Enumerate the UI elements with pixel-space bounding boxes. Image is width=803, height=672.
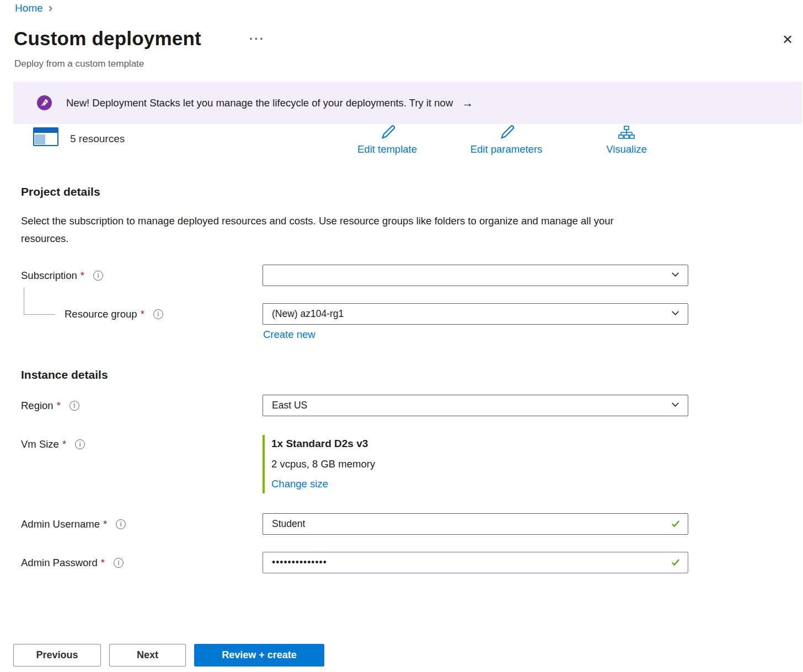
subscription-dropdown[interactable] <box>263 265 688 286</box>
chevron-down-icon[interactable] <box>671 270 680 282</box>
admin-username-label: Admin Username <box>21 518 100 530</box>
review-create-button[interactable]: Review + create <box>194 644 324 666</box>
banner-text: New! Deployment Stacks let you manage th… <box>66 97 453 109</box>
page-subtitle: Deploy from a custom template <box>14 58 144 69</box>
admin-password-label: Admin Password <box>21 557 98 569</box>
tree-connector-vertical <box>24 287 24 314</box>
resource-group-value: (New) az104-rg1 <box>272 308 344 320</box>
edit-parameters-label: Edit parameters <box>470 143 543 155</box>
pencil-icon <box>497 125 516 143</box>
required-marker: * <box>141 308 144 320</box>
required-marker: * <box>101 557 105 569</box>
vm-size-label: Vm Size <box>21 438 59 450</box>
deployment-stacks-banner[interactable]: New! Deployment Stacks let you manage th… <box>13 82 802 124</box>
edit-template-label: Edit template <box>357 143 417 155</box>
info-icon[interactable]: i <box>69 401 79 411</box>
breadcrumb: Home › <box>15 2 52 14</box>
instance-details-heading: Instance details <box>21 368 108 381</box>
info-icon[interactable]: i <box>116 519 126 529</box>
region-dropdown[interactable]: East US <box>263 395 688 416</box>
required-marker: * <box>103 518 107 530</box>
edit-parameters-button[interactable]: Edit parameters <box>459 125 554 155</box>
breadcrumb-home-link[interactable]: Home <box>15 2 43 14</box>
org-chart-icon <box>618 125 635 143</box>
admin-password-input[interactable] <box>263 552 688 573</box>
subscription-label-row: Subscription * i <box>21 270 103 282</box>
edit-template-button[interactable]: Edit template <box>346 125 429 155</box>
chevron-down-icon[interactable] <box>671 400 680 412</box>
admin-password-label-row: Admin Password * i <box>21 557 124 569</box>
chevron-down-icon[interactable] <box>671 308 680 320</box>
admin-username-label-row: Admin Username * i <box>21 518 126 530</box>
required-marker: * <box>62 438 66 450</box>
valid-check-icon <box>671 557 681 569</box>
change-size-link[interactable]: Change size <box>271 478 328 490</box>
resources-count: 5 resources <box>70 133 125 145</box>
page-title: Custom deployment <box>14 28 201 50</box>
info-icon[interactable]: i <box>93 271 103 281</box>
valid-check-icon <box>671 519 681 531</box>
region-label-row: Region * i <box>21 400 79 412</box>
resource-group-dropdown[interactable]: (New) az104-rg1 <box>263 303 688 325</box>
vm-size-label-row: Vm Size * i <box>21 438 85 450</box>
admin-password-field-wrap <box>263 552 688 573</box>
info-icon[interactable]: i <box>153 309 163 319</box>
subscription-label: Subscription <box>21 270 77 282</box>
close-icon[interactable]: ✕ <box>782 33 793 46</box>
create-new-link[interactable]: Create new <box>263 329 315 341</box>
required-marker: * <box>81 270 84 282</box>
rocket-icon <box>37 95 52 110</box>
previous-button[interactable]: Previous <box>13 644 101 666</box>
vm-size-detail: 2 vcpus, 8 GB memory <box>271 458 375 470</box>
resource-group-label: Resource group <box>65 308 137 320</box>
required-marker: * <box>57 400 61 412</box>
tree-connector-horizontal <box>24 314 55 315</box>
project-details-heading: Project details <box>21 185 100 198</box>
next-button[interactable]: Next <box>109 644 186 666</box>
admin-username-field-wrap <box>263 513 688 535</box>
project-details-description: Select the subscription to manage deploy… <box>21 212 655 248</box>
resource-group-label-row: Resource group * i <box>65 308 163 320</box>
vm-size-title: 1x Standard D2s v3 <box>271 438 368 450</box>
info-icon[interactable]: i <box>75 439 85 449</box>
region-label: Region <box>21 400 53 412</box>
breadcrumb-chevron-icon: › <box>49 2 52 14</box>
admin-username-input[interactable] <box>263 513 688 535</box>
visualize-label: Visualize <box>606 143 647 155</box>
region-value: East US <box>272 400 307 411</box>
custom-deployment-page: Home › Custom deployment ··· ✕ Deploy fr… <box>0 0 803 672</box>
template-icon <box>33 127 58 146</box>
banner-arrow-icon: → <box>462 96 473 110</box>
visualize-button[interactable]: Visualize <box>594 125 659 155</box>
vm-size-selection-bar <box>263 435 265 493</box>
pencil-icon <box>378 125 397 143</box>
more-options-button[interactable]: ··· <box>249 32 265 46</box>
info-icon[interactable]: i <box>114 558 124 568</box>
